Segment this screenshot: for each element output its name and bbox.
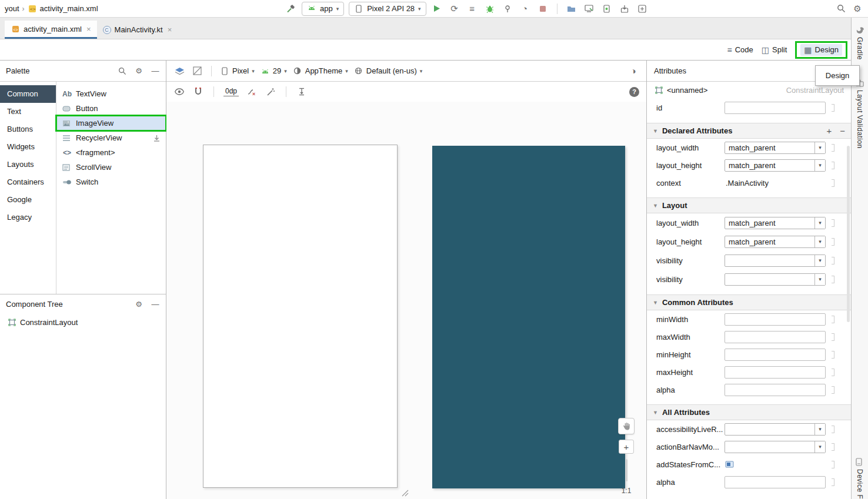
problems-icon[interactable] (636, 3, 648, 15)
device-file-explorer-tab[interactable]: Device F (856, 469, 864, 499)
build-hammer-icon[interactable] (285, 3, 297, 15)
attr-value-input[interactable] (725, 349, 826, 361)
attr-value[interactable]: .MainActivity (725, 179, 769, 187)
design-mode-button[interactable]: ▦ Design (800, 44, 842, 56)
boolean-flag-icon[interactable] (725, 460, 734, 469)
device-resize-handle[interactable] (402, 490, 409, 497)
palette-search-icon[interactable] (118, 66, 127, 76)
chevron-down-icon[interactable]: ▾ (814, 274, 825, 285)
chevron-down-icon[interactable]: ▾ (814, 142, 825, 153)
section-declared-attributes[interactable]: ▼ Declared Attributes + − (647, 123, 851, 139)
device-file-explorer-icon[interactable] (566, 3, 577, 15)
attr-value-combo[interactable]: match_parent ▾ (725, 236, 826, 248)
help-icon[interactable]: ? (629, 87, 639, 97)
component-imageview[interactable]: ImageView (56, 116, 166, 130)
component-tree-minimize-icon[interactable]: — (151, 300, 160, 309)
category-common[interactable]: Common (0, 85, 56, 103)
component-switch[interactable]: Switch (56, 175, 166, 189)
infer-constraints-icon[interactable] (265, 86, 276, 98)
attr-value-combo[interactable]: match_parent ▾ (725, 159, 826, 172)
breadcrumb-file[interactable]: activity_main.xml (40, 4, 98, 13)
category-widgets[interactable]: Widgets (0, 138, 56, 156)
locale-select[interactable]: Default (en-us) ▾ (354, 66, 423, 76)
attr-value-combo[interactable]: match_parent ▾ (725, 217, 826, 229)
section-all-attributes[interactable]: ▼ All Attributes (647, 404, 851, 420)
device-select[interactable]: Pixel 2 API 28 ▾ (349, 2, 426, 16)
blueprint-view-device[interactable] (432, 146, 625, 488)
category-legacy[interactable]: Legacy (0, 209, 56, 226)
apply-changes-icon[interactable]: ⟳ (449, 3, 460, 15)
search-everywhere-icon[interactable] (835, 3, 847, 15)
section-common-attributes[interactable]: ▼ Common Attributes (647, 294, 851, 310)
chevron-down-icon[interactable]: ▾ (814, 236, 825, 247)
sdk-manager-icon[interactable] (619, 3, 630, 15)
remove-attribute-button[interactable]: − (840, 126, 845, 136)
close-icon[interactable]: × (168, 25, 172, 34)
component-button[interactable]: Button (56, 101, 166, 116)
apply-code-changes-icon[interactable]: ≡ (466, 3, 478, 15)
layout-validation-tab[interactable]: Layout Validation (856, 90, 864, 149)
attr-value-input[interactable] (725, 313, 826, 326)
tab-activity-main-xml[interactable]: <> activity_main.xml × (5, 21, 97, 39)
category-text[interactable]: Text (0, 103, 56, 120)
category-containers[interactable]: Containers (0, 173, 56, 191)
device-manager-icon[interactable] (601, 3, 613, 15)
pack-align-icon[interactable] (296, 86, 308, 98)
attr-value-combo[interactable]: ▾ (725, 273, 826, 286)
component-fragment[interactable]: <> <fragment> (56, 145, 166, 160)
view-options-layers-icon[interactable] (173, 65, 185, 77)
palette-gear-icon[interactable]: ⚙ (134, 66, 143, 76)
chevron-down-icon[interactable]: ▾ (814, 424, 825, 435)
layout-inspector-icon[interactable] (583, 3, 595, 15)
pan-hand-button[interactable] (618, 418, 635, 434)
design-view-device[interactable] (203, 145, 398, 488)
split-mode-button[interactable]: ◫ Split (762, 45, 787, 55)
zoom-scrollbar[interactable] (626, 459, 627, 481)
device-for-preview-select[interactable]: Pixel ▾ (220, 66, 255, 76)
code-mode-button[interactable]: ≡ Code (727, 45, 753, 55)
attr-value-input[interactable] (725, 366, 826, 379)
attr-value-input[interactable] (725, 384, 826, 396)
api-version-select[interactable]: 29 ▾ (261, 66, 287, 76)
panel-toggle-icon[interactable]: ◑ (627, 65, 639, 77)
component-recyclerview[interactable]: RecyclerView (56, 130, 166, 145)
attr-value-combo[interactable]: ▾ (725, 254, 826, 267)
zoom-actual-size-button[interactable]: 1:1 (622, 487, 632, 495)
default-margin-button[interactable]: 0dp (223, 87, 239, 96)
close-icon[interactable]: × (86, 25, 91, 34)
stop-button[interactable] (537, 3, 549, 15)
attr-value-combo[interactable]: ▾ (725, 441, 826, 453)
clear-constraints-icon[interactable]: × (246, 86, 258, 98)
id-input[interactable] (725, 102, 826, 114)
category-layouts[interactable]: Layouts (0, 156, 56, 173)
attr-value-input[interactable] (725, 331, 826, 343)
section-layout[interactable]: ▼ Layout (647, 197, 851, 213)
component-tree-gear-icon[interactable]: ⚙ (134, 300, 143, 309)
breadcrumb-prefix[interactable]: yout (5, 4, 19, 13)
debug-button[interactable] (484, 3, 496, 15)
tree-item-constraintlayout[interactable]: ConstraintLayout (0, 314, 166, 330)
attributes-scrollbar[interactable] (847, 146, 850, 322)
chevron-down-icon[interactable]: ▾ (814, 441, 825, 453)
chevron-down-icon[interactable]: ▾ (814, 160, 825, 171)
component-textview[interactable]: Ab TextView (56, 86, 166, 101)
profile-button[interactable]: ◔ (519, 3, 531, 15)
run-button[interactable] (431, 3, 443, 15)
zoom-in-button[interactable]: + (619, 440, 634, 454)
attach-debugger-icon[interactable] (502, 3, 513, 15)
attr-value-input[interactable] (725, 476, 826, 488)
autoconnect-magnet-icon[interactable] (192, 86, 204, 98)
category-buttons[interactable]: Buttons (0, 120, 56, 138)
add-attribute-button[interactable]: + (826, 126, 832, 136)
theme-select[interactable]: AppTheme ▾ (293, 66, 348, 76)
attr-value-combo[interactable]: match_parent ▾ (725, 142, 826, 154)
palette-minimize-icon[interactable]: — (151, 66, 160, 76)
blueprint-toggle-icon[interactable] (191, 65, 203, 77)
component-scrollview[interactable]: ScrollView (56, 160, 166, 175)
settings-gear-icon[interactable]: ⚙ (852, 3, 863, 15)
chevron-down-icon[interactable]: ▾ (814, 255, 825, 266)
view-eye-icon[interactable] (173, 86, 185, 98)
category-google[interactable]: Google (0, 191, 56, 209)
chevron-down-icon[interactable]: ▾ (814, 217, 825, 229)
tab-mainactivity-kt[interactable]: C MainActivity.kt × (97, 21, 178, 39)
